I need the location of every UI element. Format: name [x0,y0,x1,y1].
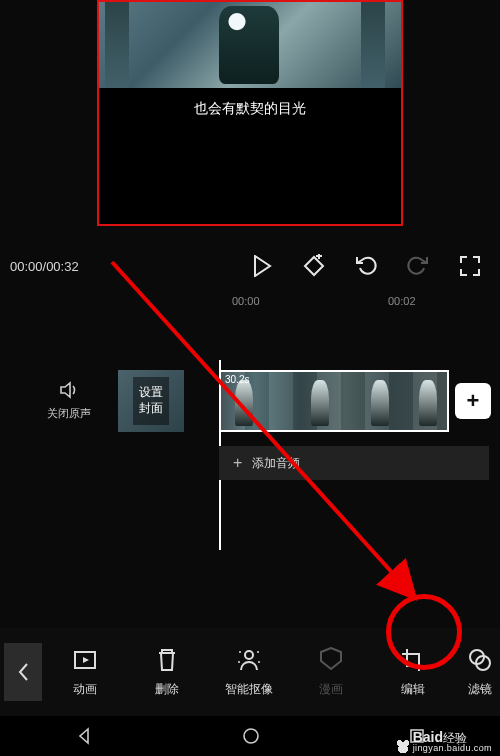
redo-button[interactable] [406,254,430,278]
tool-delete[interactable]: 删除 [132,647,202,698]
timecode: 00:00/00:32 [10,259,118,274]
nav-home[interactable] [242,727,260,745]
tool-label: 动画 [73,681,97,698]
mute-label: 关闭原声 [44,406,94,421]
crop-icon [400,647,426,673]
tool-edit[interactable]: 编辑 [378,647,448,698]
toolbar-back-button[interactable] [4,643,42,701]
fullscreen-button[interactable] [458,254,482,278]
tool-label: 智能抠像 [225,681,273,698]
add-clip-button[interactable]: + [455,383,491,419]
ruler-mark-1: 00:02 [388,295,416,307]
bottom-toolbar: 动画 删除 智能抠像 漫画 编辑 [0,628,500,716]
timeline-tracks[interactable]: 关闭原声 设置 封面 30.2s + + 添加音频 [0,370,500,510]
add-audio-label: 添加音频 [252,455,300,472]
svg-point-7 [258,661,260,663]
undo-button[interactable] [354,254,378,278]
play-button[interactable] [250,254,274,278]
timeline-ruler[interactable]: 00:00 00:02 [0,295,500,313]
tool-label: 滤镜 [468,681,492,698]
set-cover-button[interactable]: 设置 封面 [118,370,184,432]
tool-cutout[interactable]: 智能抠像 [214,647,284,698]
preview-subtitle: 也会有默契的目光 [99,100,401,118]
filter-icon [467,647,493,673]
preview-frame [99,2,401,88]
plus-icon: + [233,454,242,472]
nav-back[interactable] [74,726,94,746]
add-audio-button[interactable]: + 添加音频 [219,446,489,480]
tool-label: 删除 [155,681,179,698]
svg-point-6 [238,661,240,663]
svg-point-3 [245,651,253,659]
ruler-mark-0: 00:00 [232,295,260,307]
animation-icon [72,647,98,673]
video-clip[interactable]: 30.2s [219,370,449,432]
comic-icon [318,647,344,673]
playback-controls: 00:00/00:32 [0,244,500,288]
speaker-icon [59,380,79,400]
svg-point-5 [257,651,259,653]
tool-label: 漫画 [319,681,343,698]
wm-url: jingyan.baidu.com [413,744,492,753]
delete-icon [154,647,180,673]
keyframe-button[interactable] [302,254,326,278]
tool-comic[interactable]: 漫画 [296,647,366,698]
tool-filter[interactable]: 滤镜 [460,647,500,698]
tool-animation[interactable]: 动画 [50,647,120,698]
video-preview[interactable]: 也会有默契的目光 [97,0,403,226]
paw-icon [395,739,411,753]
clip-duration: 30.2s [225,374,249,385]
cutout-icon [236,647,262,673]
mute-audio-button[interactable]: 关闭原声 [44,380,94,421]
cover-label: 设置 封面 [133,377,169,424]
watermark: Baid经验 jingyan.baidu.com [395,730,492,753]
tool-label: 编辑 [401,681,425,698]
svg-point-10 [244,729,258,743]
svg-point-4 [239,651,241,653]
